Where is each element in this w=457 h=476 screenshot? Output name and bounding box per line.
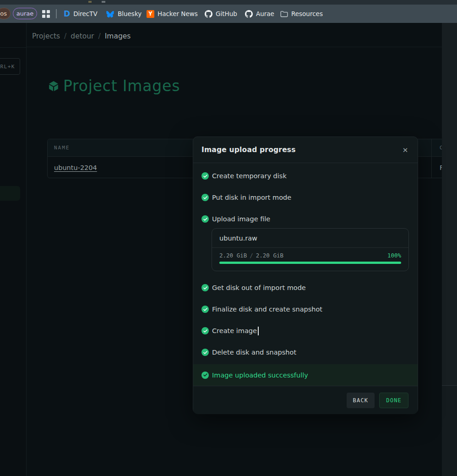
console-page: RL+K Projects / detour / Images Project …: [0, 23, 457, 476]
bookmarks-bar: os aurae D DirecTV Bluesky Y Hacker News…: [0, 5, 457, 23]
step-label: Get disk out of import mode: [212, 284, 306, 291]
bookmark-bluesky[interactable]: Bluesky: [106, 5, 141, 23]
step-label: Put disk in import mode: [212, 194, 291, 201]
bookmark-directv[interactable]: D DirecTV: [64, 5, 98, 23]
page-title-row: Project Images: [48, 77, 180, 95]
modal-header: Image upload progress ✕: [193, 137, 418, 163]
step-put-disk-import-mode: Put disk in import mode: [193, 192, 418, 203]
upload-percent: 100%: [387, 252, 401, 259]
sidebar-item-active[interactable]: [0, 186, 20, 201]
step-create-temporary-disk: Create temporary disk: [193, 170, 418, 181]
bookmark-pill-aurae[interactable]: aurae: [13, 8, 37, 19]
bookmark-label: DirecTV: [73, 10, 98, 17]
bookmark-aurae[interactable]: Aurae: [245, 5, 274, 23]
upload-progress-box: ubuntu.raw 2.20 GiB/2.20 GiB 100%: [212, 228, 409, 271]
check-circle-icon: [201, 349, 209, 356]
check-circle-icon: [201, 306, 209, 313]
step-get-disk-out: Get disk out of import mode: [193, 282, 418, 293]
step-label: Delete disk and snapshot: [212, 349, 296, 356]
step-label: Upload image file: [212, 215, 270, 223]
apps-grid-icon[interactable]: [42, 10, 50, 20]
bookmark-pill-os[interactable]: os: [0, 8, 11, 19]
top-strip-fragment: [102, 1, 105, 3]
page-title: Project Images: [63, 77, 180, 95]
images-cube-icon: [48, 81, 59, 92]
image-upload-progress-modal: Image upload progress ✕ Create temporary…: [193, 137, 418, 414]
check-circle-icon: [201, 215, 209, 223]
breadcrumb-separator: /: [98, 32, 100, 40]
bookmark-label: Hacker News: [158, 10, 198, 17]
sidebar: RL+K: [0, 23, 27, 476]
step-finalize-disk: Finalize disk and create snapshot: [193, 304, 418, 315]
upload-file-name: ubuntu.raw: [212, 229, 408, 248]
step-upload-image-file: Upload image file: [193, 213, 418, 224]
bookmark-label: Aurae: [256, 10, 274, 17]
check-circle-icon: [201, 327, 209, 334]
modal-title: Image upload progress: [201, 146, 296, 154]
browser-top-strip: [0, 0, 457, 5]
step-create-image: Create image: [193, 325, 418, 336]
upload-bytes: 2.20 GiB/2.20 GiB: [219, 252, 283, 259]
breadcrumb: Projects / detour / Images: [27, 23, 442, 47]
bookmark-label: Resources: [291, 10, 323, 17]
top-strip-fragment: [88, 1, 92, 3]
search-shortcut-box[interactable]: RL+K: [0, 58, 20, 75]
text-cursor: [258, 327, 259, 335]
column-header-name: NAME: [48, 145, 70, 151]
check-circle-icon: [201, 372, 209, 379]
step-label: Create temporary disk: [212, 172, 287, 180]
breadcrumb-projects[interactable]: Projects: [32, 32, 60, 40]
image-link-ubuntu-2204[interactable]: ubuntu-2204: [48, 164, 97, 171]
bluesky-icon: [106, 11, 114, 17]
upload-stats: 2.20 GiB/2.20 GiB 100%: [219, 252, 401, 259]
step-label: Create image: [212, 327, 257, 334]
bookmark-label: GitHub: [216, 10, 237, 17]
check-circle-icon: [201, 284, 209, 291]
progress-bar: [219, 262, 401, 264]
step-label: Finalize disk and create snapshot: [212, 306, 322, 313]
bookmark-github[interactable]: GitHub: [205, 5, 237, 23]
step-delete-disk: Delete disk and snapshot: [193, 347, 418, 358]
done-button[interactable]: DONE: [379, 393, 408, 408]
github-icon: [245, 10, 253, 18]
back-button[interactable]: BACK: [347, 393, 375, 408]
folder-icon: [280, 11, 288, 17]
bookmark-label: Bluesky: [118, 10, 141, 17]
breadcrumb-detour[interactable]: detour: [71, 32, 94, 40]
sidebar-divider: [0, 47, 26, 48]
directv-icon: D: [64, 9, 70, 18]
hacker-news-icon: Y: [147, 10, 154, 18]
check-circle-icon: [201, 172, 209, 180]
scrollbar-track: [442, 23, 457, 476]
breadcrumb-images[interactable]: Images: [105, 32, 131, 40]
bookmark-hacker-news[interactable]: Y Hacker News: [147, 5, 198, 23]
success-label: Image uploaded successfully: [212, 372, 308, 379]
github-icon: [205, 10, 212, 18]
check-circle-icon: [201, 194, 209, 201]
scrollbar-thumb[interactable]: [442, 23, 457, 386]
modal-footer: BACK DONE: [193, 386, 418, 414]
bookmarks-separator: [56, 9, 57, 18]
table-column-divider: [431, 139, 432, 178]
close-icon[interactable]: ✕: [401, 146, 409, 154]
step-image-uploaded-successfully: Image uploaded successfully: [193, 364, 418, 386]
bookmark-resources-folder[interactable]: Resources: [280, 5, 323, 23]
breadcrumb-separator: /: [64, 32, 66, 40]
